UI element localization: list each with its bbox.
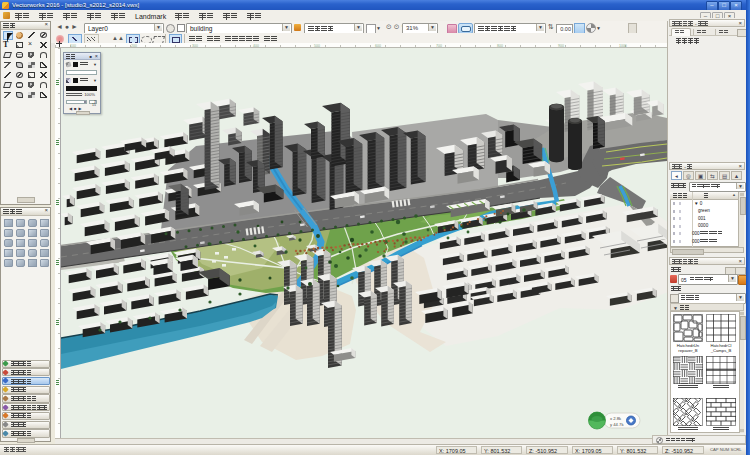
- svg-text:y 44.7k: y 44.7k: [610, 422, 624, 427]
- svg-text:x 2.8k: x 2.8k: [610, 416, 622, 421]
